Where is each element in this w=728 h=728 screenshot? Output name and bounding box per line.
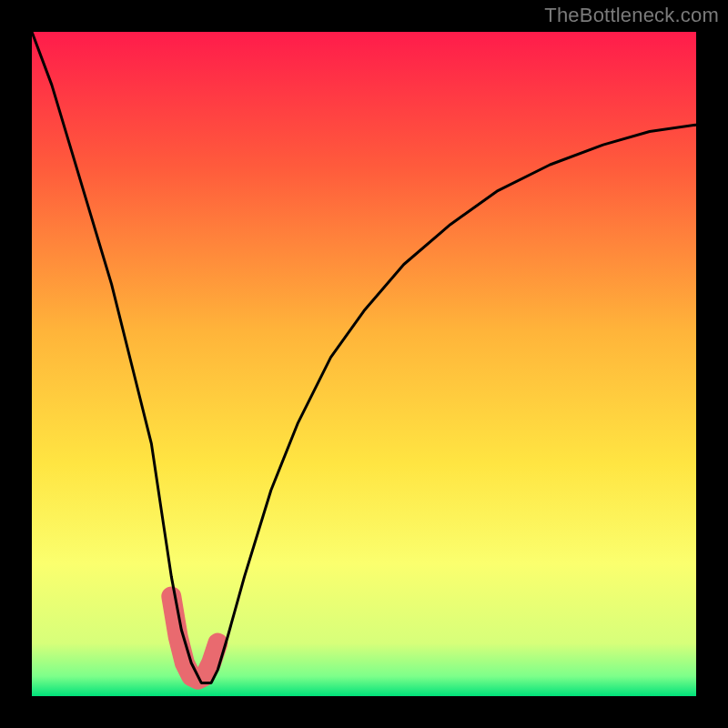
bottleneck-chart [0, 0, 728, 728]
chart-stage: TheBottleneck.com [0, 0, 728, 728]
